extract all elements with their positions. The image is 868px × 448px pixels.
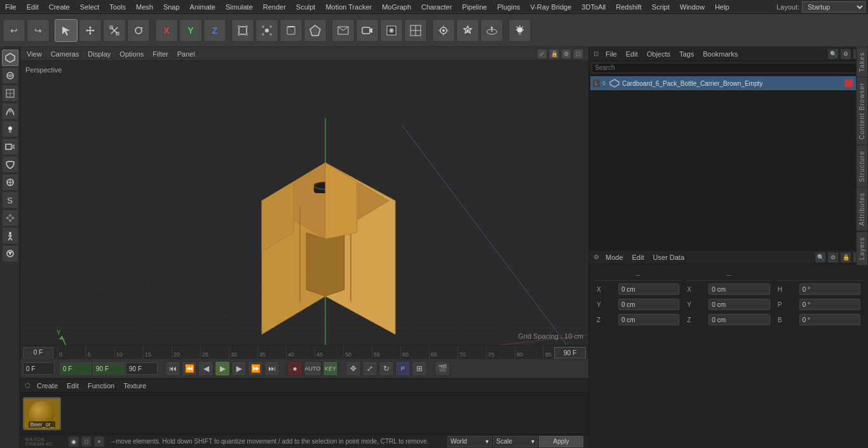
menu-mesh[interactable]: Mesh	[131, 2, 158, 12]
sidebar-character-icon[interactable]	[2, 227, 18, 244]
viewport-settings-btn[interactable]: ⚙	[561, 49, 571, 59]
move-tool-button[interactable]	[79, 19, 102, 42]
edges-mode-button[interactable]	[280, 19, 302, 42]
sidebar-model-icon[interactable]	[2, 50, 18, 66]
menu-edit[interactable]: Edit	[22, 2, 44, 12]
y-axis-button[interactable]: Y	[179, 19, 202, 42]
menu-create[interactable]: Create	[44, 2, 75, 12]
viewport-3d[interactable]: X Y Z Perspective Grid Spacing : 10 cm	[20, 61, 588, 345]
obj-menu-objects[interactable]: Objects	[643, 49, 674, 59]
attr-menu-edit[interactable]: Edit	[628, 252, 648, 262]
menu-help[interactable]: Help	[710, 2, 735, 12]
menu-animate[interactable]: Animate	[185, 2, 220, 12]
mat-menu-texture[interactable]: Texture	[119, 381, 150, 391]
attr-menu-mode[interactable]: Mode	[602, 252, 627, 262]
end-frame-input[interactable]: 90 F	[126, 362, 158, 375]
object-mode-button[interactable]	[231, 19, 254, 42]
start-frame-input[interactable]: 0 F	[23, 362, 55, 375]
scale-dropdown[interactable]: Scale ▾	[493, 436, 538, 447]
menu-sculpt[interactable]: Sculpt	[291, 2, 321, 12]
preview-end-input[interactable]: 90 F	[93, 362, 125, 375]
vp-menu-view[interactable]: View	[23, 49, 46, 59]
undo-button[interactable]: ↩	[3, 19, 25, 42]
p-rot-input[interactable]: 0 °	[799, 299, 860, 310]
attr-menu-userdata[interactable]: User Data	[649, 252, 689, 262]
search-input[interactable]	[592, 63, 865, 73]
mat-menu-function[interactable]: Function	[84, 381, 118, 391]
object-item[interactable]: L 0 Cardboard_6_Pack_Bottle_Carrier_Brow…	[590, 76, 867, 90]
poly-mode-button[interactable]	[304, 19, 327, 42]
vp-menu-panel[interactable]: Panel	[173, 49, 199, 59]
menu-character[interactable]: Character	[416, 2, 457, 12]
apply-button[interactable]: Apply	[539, 436, 583, 447]
x-size-input[interactable]: 0 cm	[709, 283, 770, 295]
obj-menu-file[interactable]: File	[602, 49, 621, 59]
z-pos-input[interactable]: 0 cm	[618, 314, 679, 325]
sidebar-uv-icon[interactable]	[2, 85, 18, 102]
sidebar-generator-icon[interactable]	[2, 174, 18, 191]
menu-script[interactable]: Script	[647, 2, 675, 12]
material-swatch[interactable]: Beer_or_	[23, 397, 61, 430]
menu-file[interactable]: File	[0, 2, 22, 12]
sidebar-texture-icon[interactable]	[2, 67, 18, 84]
obj-settings-icon[interactable]: ⚙	[840, 48, 851, 60]
select-tool-button[interactable]	[55, 19, 78, 42]
go-to-end-button[interactable]: ⏭	[264, 361, 280, 376]
vp-menu-display[interactable]: Display	[84, 49, 114, 59]
record-button[interactable]: ●	[287, 361, 302, 376]
menu-redshift[interactable]: Redshift	[611, 2, 646, 12]
viewport4-button[interactable]	[404, 19, 427, 42]
obj-menu-bookmarks[interactable]: Bookmarks	[699, 49, 742, 59]
viewport-fullscreen-btn[interactable]: □	[573, 49, 583, 59]
z-size-input[interactable]: 0 cm	[709, 314, 770, 325]
attr-lock-icon[interactable]: 🔒	[840, 252, 851, 263]
menu-snap[interactable]: Snap	[158, 2, 185, 12]
mat-menu-create[interactable]: Create	[33, 381, 62, 391]
auto-key-button[interactable]: AUTO	[304, 361, 322, 376]
y-pos-input[interactable]: 0 cm	[618, 299, 679, 310]
status-icon-1[interactable]: ◉	[69, 437, 79, 447]
light-button[interactable]	[508, 19, 531, 42]
menu-motion-tracker[interactable]: Motion Tracker	[320, 2, 377, 12]
sidebar-spline-icon[interactable]: S	[2, 192, 18, 208]
tab-layers[interactable]: Layers	[856, 231, 868, 266]
rotate-tool-tl-button[interactable]: ↻	[379, 361, 394, 376]
attr-search-icon[interactable]: 🔍	[815, 252, 826, 263]
workplane-button[interactable]	[480, 19, 503, 42]
obj-search-icon[interactable]: 🔍	[827, 48, 839, 60]
snap-settings-button[interactable]	[456, 19, 479, 42]
scale-tool-tl-button[interactable]: ⤢	[362, 361, 377, 376]
status-icon-3[interactable]: ×	[94, 437, 104, 447]
redo-button[interactable]: ↪	[27, 19, 50, 42]
vp-menu-cameras[interactable]: Cameras	[47, 49, 83, 59]
menu-select[interactable]: Select	[75, 2, 105, 12]
back-frame-button[interactable]: ◀	[198, 361, 214, 376]
x-axis-button[interactable]: X	[155, 19, 178, 42]
viewport-expand-btn[interactable]: ⤢	[537, 49, 547, 59]
vp-menu-filter[interactable]: Filter	[149, 49, 172, 59]
b-rot-input[interactable]: 0 °	[799, 314, 860, 325]
menu-mograph[interactable]: MoGraph	[377, 2, 416, 12]
z-axis-button[interactable]: Z	[203, 19, 226, 42]
x-pos-input[interactable]: 0 cm	[618, 283, 679, 295]
sidebar-deformer-icon[interactable]	[2, 156, 18, 173]
viewport-camera-button[interactable]	[356, 19, 379, 42]
tab-structure[interactable]: Structure	[856, 146, 868, 188]
menu-render[interactable]: Render	[258, 2, 291, 12]
h-rot-input[interactable]: 0 °	[799, 283, 860, 295]
step-forward-button[interactable]: ⏩	[248, 361, 263, 376]
obj-menu-edit[interactable]: Edit	[622, 49, 642, 59]
scale-tool-button[interactable]	[103, 19, 126, 42]
sidebar-dynamics-icon[interactable]	[2, 245, 18, 262]
tab-takes[interactable]: Takes	[856, 47, 868, 78]
fwd-frame-button[interactable]: ◀	[231, 361, 247, 376]
points-mode-button[interactable]	[255, 19, 278, 42]
sidebar-sculpt-icon[interactable]	[2, 103, 18, 119]
menu-vray[interactable]: V-Ray Bridge	[526, 2, 577, 12]
keyframe-button[interactable]: KEY	[323, 361, 338, 376]
timeline-option-button[interactable]: 🎬	[435, 361, 450, 376]
render-region-button[interactable]	[380, 19, 403, 42]
tab-content-browser[interactable]: Content Browser	[856, 78, 868, 145]
menu-plugins[interactable]: Plugins	[492, 2, 525, 12]
obj-menu-tags[interactable]: Tags	[675, 49, 698, 59]
